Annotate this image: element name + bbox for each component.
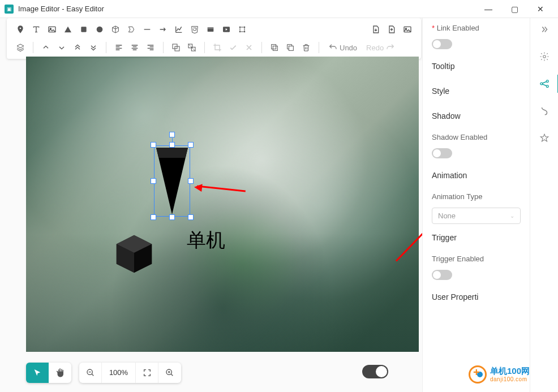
cube-tool-icon[interactable] bbox=[108, 21, 123, 37]
selected-triangle-shape[interactable] bbox=[154, 145, 190, 217]
shadow-section-header[interactable]: Shadow bbox=[432, 102, 521, 127]
watermark: 单机100网 danji100.com bbox=[469, 361, 553, 387]
annotation-arrow-1-head bbox=[190, 183, 202, 192]
svg-rect-2 bbox=[81, 27, 86, 32]
video-tool-icon[interactable] bbox=[218, 21, 234, 37]
toolbar: Undo Redo bbox=[7, 18, 421, 59]
svg-point-26 bbox=[543, 55, 546, 58]
resize-handle-tr[interactable] bbox=[188, 142, 194, 148]
maximize-button[interactable]: ▢ bbox=[501, 0, 527, 18]
zoom-fit-button[interactable] bbox=[136, 363, 158, 383]
rectangle-tool-icon[interactable] bbox=[76, 21, 92, 37]
ungroup-icon[interactable] bbox=[184, 40, 200, 55]
close-button[interactable]: ✕ bbox=[527, 0, 553, 18]
undo-button[interactable]: Undo bbox=[324, 43, 362, 52]
cube-shape[interactable] bbox=[112, 231, 156, 275]
export-image-icon[interactable] bbox=[400, 21, 415, 37]
rail-settings-icon[interactable] bbox=[539, 51, 550, 62]
bottom-controls: 100% bbox=[26, 363, 181, 383]
polygon-tool-icon[interactable] bbox=[123, 21, 139, 37]
chevron-down-icon: ⌄ bbox=[510, 213, 514, 219]
canvas-background-image[interactable] bbox=[26, 57, 419, 352]
rail-star-icon[interactable] bbox=[539, 132, 550, 144]
redo-button[interactable]: Redo bbox=[362, 43, 400, 52]
upload-icon[interactable] bbox=[384, 21, 400, 37]
move-bottom-icon[interactable] bbox=[85, 40, 101, 55]
svg-point-3 bbox=[97, 27, 103, 33]
triangle-tool-icon[interactable] bbox=[60, 21, 76, 37]
user-properties-header[interactable]: User Properti bbox=[432, 283, 521, 308]
layers-icon[interactable] bbox=[12, 40, 28, 55]
shadow-enabled-toggle[interactable] bbox=[432, 148, 452, 158]
animation-section-header[interactable]: Animation bbox=[432, 162, 521, 187]
align-left-icon[interactable] bbox=[111, 40, 127, 55]
marker-tool-icon[interactable] bbox=[12, 21, 28, 37]
zoom-out-button[interactable] bbox=[79, 363, 102, 383]
resize-handle-tm[interactable] bbox=[169, 142, 175, 148]
confirm-icon[interactable] bbox=[225, 40, 241, 55]
animation-type-select[interactable]: None ⌄ bbox=[432, 208, 521, 224]
duplicate-icon[interactable] bbox=[267, 40, 282, 55]
svg-point-8 bbox=[244, 27, 246, 28]
nodes-tool-icon[interactable] bbox=[234, 21, 250, 37]
watermark-en: danji100.com bbox=[490, 376, 530, 382]
select-mode-button[interactable] bbox=[26, 363, 49, 383]
tooltip-section-header[interactable]: Tooltip bbox=[432, 53, 521, 77]
style-section-header[interactable]: Style bbox=[432, 77, 521, 102]
move-top-icon[interactable] bbox=[70, 40, 85, 55]
zoom-level-label: 100% bbox=[102, 363, 136, 383]
rail-expand-icon[interactable] bbox=[539, 24, 550, 35]
copy-icon[interactable] bbox=[282, 40, 298, 55]
move-down-icon[interactable] bbox=[54, 40, 70, 55]
image-tool-icon[interactable] bbox=[44, 21, 60, 37]
resize-handle-tl[interactable] bbox=[151, 142, 156, 148]
rail-vine-icon[interactable] bbox=[539, 105, 550, 117]
text-tool-icon[interactable] bbox=[28, 21, 44, 37]
mode-group bbox=[26, 363, 71, 383]
svg-rect-17 bbox=[272, 45, 276, 49]
circle-tool-icon[interactable] bbox=[92, 21, 108, 37]
canvas-area[interactable]: Undo Redo bbox=[0, 18, 422, 392]
minimize-button[interactable]: ― bbox=[475, 0, 501, 18]
cancel-icon[interactable] bbox=[241, 40, 257, 55]
app-icon: ▣ bbox=[5, 5, 14, 14]
link-enabled-toggle[interactable] bbox=[432, 39, 452, 49]
resize-handle-ml[interactable] bbox=[151, 178, 156, 184]
arrow-tool-icon[interactable] bbox=[155, 21, 171, 37]
zoom-in-button[interactable] bbox=[158, 363, 181, 383]
svg-point-10 bbox=[244, 31, 246, 33]
zoom-group: 100% bbox=[79, 363, 181, 383]
html-tool-icon[interactable] bbox=[187, 21, 203, 37]
chart-tool-icon[interactable] bbox=[171, 21, 187, 37]
canvas-text-object[interactable]: 单机 bbox=[187, 227, 225, 253]
resize-handle-bm[interactable] bbox=[169, 214, 175, 220]
resize-handle-br[interactable] bbox=[188, 214, 194, 220]
canvas-preview-toggle[interactable] bbox=[362, 365, 388, 378]
animation-type-value: None bbox=[438, 212, 456, 220]
animation-type-label: Animation Type bbox=[432, 187, 521, 204]
titlebar: ▣ Image Editor - Easy Editor ― ▢ ✕ bbox=[0, 0, 558, 18]
rotation-handle[interactable] bbox=[169, 132, 175, 137]
trigger-enabled-toggle[interactable] bbox=[432, 270, 452, 280]
svg-point-9 bbox=[239, 31, 241, 33]
redo-label: Redo bbox=[366, 44, 384, 52]
align-right-icon[interactable] bbox=[143, 40, 158, 55]
move-up-icon[interactable] bbox=[38, 40, 54, 55]
group-icon[interactable] bbox=[168, 40, 184, 55]
pan-mode-button[interactable] bbox=[49, 363, 71, 383]
delete-icon[interactable] bbox=[298, 40, 314, 55]
download-icon[interactable] bbox=[368, 21, 384, 37]
trigger-section-header[interactable]: Trigger bbox=[432, 224, 521, 249]
line-tool-icon[interactable] bbox=[139, 21, 155, 37]
crop-icon[interactable] bbox=[209, 40, 225, 55]
watermark-cn: 单机100网 bbox=[490, 367, 530, 376]
window-title: Image Editor - Easy Editor bbox=[18, 5, 475, 13]
card-tool-icon[interactable] bbox=[203, 21, 218, 37]
resize-handle-bl[interactable] bbox=[151, 214, 156, 220]
align-center-icon[interactable] bbox=[127, 40, 143, 55]
svg-rect-19 bbox=[289, 46, 293, 50]
rail-nodes-icon[interactable] bbox=[539, 78, 550, 89]
svg-point-7 bbox=[239, 27, 241, 28]
watermark-icon bbox=[469, 365, 487, 384]
shadow-enabled-label: Shadow Enabled bbox=[432, 127, 521, 145]
